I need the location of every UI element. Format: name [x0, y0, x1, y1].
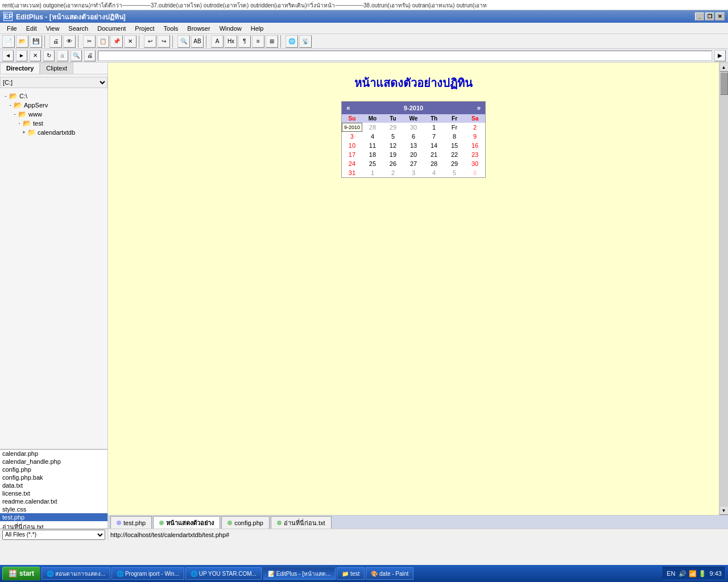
file-item[interactable]: test.php [0, 513, 107, 521]
file-item[interactable]: readme.calendar.txt [0, 497, 107, 505]
refresh-button[interactable]: ↻ [43, 50, 55, 61]
cal-cell[interactable]: 4 [424, 168, 444, 177]
cal-cell[interactable]: 9 [465, 132, 485, 141]
print-addr-button[interactable]: 🖨 [84, 50, 96, 61]
redo-button[interactable]: ↪ [158, 35, 170, 48]
start-button[interactable]: 🪟 start [2, 567, 40, 580]
print-button[interactable]: 🖨 [49, 35, 62, 48]
menu-item-view[interactable]: View [42, 24, 64, 33]
cut-button[interactable]: ✂ [83, 35, 96, 48]
close-button[interactable]: ✕ [715, 13, 725, 20]
scroll-down-button[interactable]: ▼ [719, 506, 729, 515]
url-input[interactable]: http://localhost/test/calendartxtdb/test… [98, 51, 712, 61]
cal-cell[interactable]: 28 [424, 159, 444, 168]
menu-item-browser[interactable]: Browser [183, 24, 214, 33]
font-button[interactable]: A [211, 35, 224, 48]
menu-item-tools[interactable]: Tools [159, 24, 183, 33]
menu-item-file[interactable]: File [2, 24, 22, 33]
cal-cell[interactable]: 2 [465, 123, 485, 132]
save-button[interactable]: 💾 [30, 35, 42, 48]
file-item[interactable]: config.php [0, 465, 107, 473]
tree-item-calendartxtdb[interactable]: + calendartxtdb [19, 128, 106, 137]
tree-item-appserv[interactable]: - AppServ [6, 101, 106, 110]
bottom-tab-1[interactable]: หน้าแสดงตัวอย่าง [153, 516, 220, 529]
bottom-tab-3[interactable]: อ่านที่นี่ก่อน.txt [271, 516, 332, 529]
file-item[interactable]: calendar_handle.php [0, 458, 107, 465]
tab-directory[interactable]: Directory [0, 63, 40, 74]
menu-item-help[interactable]: Help [246, 24, 268, 33]
file-item[interactable]: data.txt [0, 481, 107, 489]
taskbar-item-5[interactable]: 🎨 date - Paint [366, 567, 413, 580]
paste-button[interactable]: 📌 [110, 35, 123, 48]
prev-month-button[interactable]: « [344, 104, 353, 112]
taskbar-item-0[interactable]: 🌐 สอนตามการแสดง... [42, 567, 110, 580]
new-button[interactable]: 📄 [2, 35, 15, 48]
print-preview-button[interactable]: 👁 [63, 35, 76, 48]
ftp-button[interactable]: 📡 [299, 35, 312, 48]
cal-cell[interactable]: 28 [362, 123, 383, 132]
cal-cell[interactable]: 4 [362, 132, 383, 141]
back-button[interactable]: ◄ [2, 50, 14, 61]
menu-item-project[interactable]: Project [130, 24, 159, 33]
linenumbers-button[interactable]: ≡ [252, 35, 264, 48]
cal-cell[interactable]: 1 [362, 168, 383, 177]
menu-item-window[interactable]: Window [215, 24, 246, 33]
file-item[interactable]: style.css [0, 505, 107, 513]
cal-cell[interactable]: 13 [403, 141, 424, 150]
cal-cell[interactable]: 27 [403, 159, 424, 168]
file-item[interactable]: อ่านที่นี่ก่อน.txt [0, 521, 107, 529]
expand-icon[interactable]: - [2, 93, 9, 99]
cal-cell[interactable]: 10 [342, 141, 362, 150]
cal-cell[interactable]: Fr [444, 123, 465, 132]
cal-cell[interactable]: 7 [424, 132, 444, 141]
cal-cell[interactable]: 29 [383, 123, 403, 132]
bottom-tab-0[interactable]: test.php [110, 516, 152, 529]
file-item[interactable]: license.txt [0, 489, 107, 497]
drive-select[interactable]: [C:] [0, 77, 107, 88]
cal-cell[interactable]: 15 [444, 141, 465, 150]
file-item[interactable]: config.php.bak [0, 473, 107, 481]
home-button[interactable]: ⌂ [57, 50, 68, 61]
menu-item-document[interactable]: Document [93, 24, 130, 33]
find-button[interactable]: 🔍 [177, 35, 190, 48]
cal-cell[interactable]: 11 [362, 141, 383, 150]
cal-cell[interactable]: 26 [383, 159, 403, 168]
go-button[interactable]: ▶ [714, 50, 726, 61]
bottom-tab-2[interactable]: config.php [221, 516, 270, 529]
cal-cell[interactable]: 12 [383, 141, 403, 150]
expand-icon[interactable]: - [16, 120, 23, 126]
browser-button[interactable]: 🌐 [286, 35, 298, 48]
delete-button[interactable]: ✕ [124, 35, 136, 48]
expand-icon[interactable]: + [20, 130, 27, 135]
cal-cell[interactable]: 3 [342, 132, 362, 141]
cal-cell[interactable]: 23 [465, 150, 485, 159]
menu-item-edit[interactable]: Edit [22, 24, 42, 33]
taskbar-item-1[interactable]: 🌐 Program iport - Win... [111, 567, 184, 580]
tree-item-c[interactable]: - C:\ [1, 92, 106, 101]
cal-cell[interactable]: 31 [342, 168, 362, 177]
scroll-up-button[interactable]: ▲ [719, 63, 729, 72]
cal-cell[interactable]: 24 [342, 159, 362, 168]
wordwrap-button[interactable]: ¶ [238, 35, 251, 48]
cal-cell[interactable]: 1 [424, 123, 444, 132]
cal-cell[interactable]: 16 [465, 141, 485, 150]
taskbar-item-4[interactable]: 📁 test [337, 567, 365, 580]
copy-button[interactable]: 📋 [97, 35, 109, 48]
taskbar-item-3[interactable]: 📝 EditPlus - [หน้าแสด... [263, 567, 336, 580]
search-button[interactable]: 🔍 [71, 50, 82, 61]
cal-cell[interactable]: 8 [444, 132, 465, 141]
forward-button[interactable]: ► [16, 50, 27, 61]
expand-icon[interactable]: - [7, 102, 14, 108]
cal-cell[interactable]: 3 [403, 168, 424, 177]
cal-cell[interactable]: 19 [383, 150, 403, 159]
cal-cell[interactable]: 5 [383, 132, 403, 141]
undo-button[interactable]: ↩ [144, 35, 156, 48]
hex-button[interactable]: Hx [225, 35, 237, 48]
stop-button[interactable]: ✕ [30, 50, 41, 61]
ruler-button[interactable]: ⊞ [266, 35, 278, 48]
taskbar-item-2[interactable]: 🌐 UP YOU STAR.COM... [185, 567, 262, 580]
cal-cell[interactable]: 14 [424, 141, 444, 150]
cal-cell[interactable]: 6 [465, 168, 485, 177]
tree-item-test[interactable]: - test [15, 119, 106, 128]
minimize-button[interactable]: _ [695, 13, 704, 20]
